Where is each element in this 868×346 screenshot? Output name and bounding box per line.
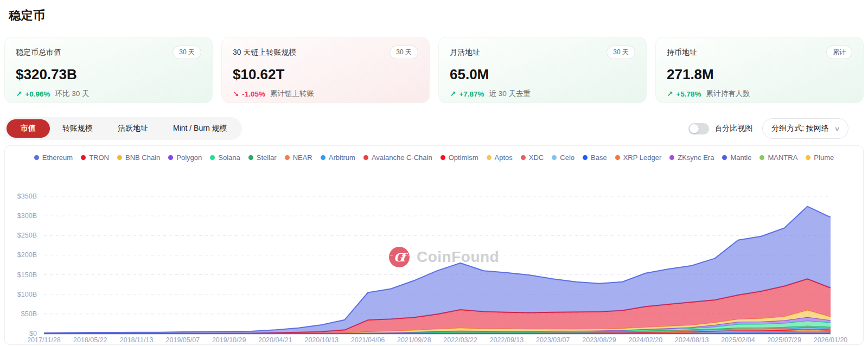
legend-label: Aptos: [495, 153, 513, 162]
legend-item-mantra[interactable]: MANTRA: [760, 153, 797, 162]
tab-active-addresses[interactable]: 活跃地址: [105, 119, 161, 138]
change-percent: +5.78%: [676, 90, 701, 98]
legend-item-near[interactable]: NEAR: [285, 153, 312, 162]
legend-item-ethereum[interactable]: Ethereum: [34, 153, 73, 162]
x-axis-label: 2018/11/13: [120, 336, 154, 344]
area-band-arbitrum: [44, 328, 831, 334]
area-band-aptos: [44, 330, 831, 334]
card-total-market-cap: 稳定币总市值 30 天 $320.73B ↗ +0.96% 环比 30 天: [4, 37, 213, 103]
area-line-aptos: [44, 330, 831, 334]
legend-item-optimism[interactable]: Optimism: [441, 153, 478, 162]
y-axis-label: $150B: [17, 271, 37, 279]
area-band-celo: [44, 331, 831, 334]
chart-toolbar: 市值 转账规模 活跃地址 Mint / Burn 规模 百分比视图 分组方式: …: [4, 117, 864, 140]
x-axis-label: 2021/04/06: [351, 336, 385, 344]
x-axis-label: 2017/11/28: [27, 336, 61, 344]
tab-market-cap[interactable]: 市值: [7, 119, 50, 138]
area-band-bnb-chain: [44, 310, 831, 334]
tab-mint-burn[interactable]: Mint / Burn 规模: [161, 119, 240, 138]
brand-watermark: Gf CoinFound: [389, 247, 499, 267]
legend-label: Base: [591, 153, 607, 162]
change-note: 累计持有人数: [706, 89, 750, 99]
legend-item-xdc[interactable]: XDC: [521, 153, 544, 162]
legend-dot: [321, 155, 326, 160]
trend-up-icon: ↗: [667, 89, 673, 98]
group-by-value: 分组方式: 按网络: [771, 124, 829, 133]
area-line-solana: [44, 321, 831, 334]
card-title: 30 天链上转账规模: [233, 48, 296, 57]
trend-up-icon: ↗: [16, 89, 22, 98]
legend-item-xrp-ledger[interactable]: XRP Ledger: [615, 153, 662, 162]
change-note: 累计链上转账: [270, 89, 314, 99]
x-axis-label: 2021/09/28: [397, 336, 431, 344]
page-title: 稳定币: [9, 8, 868, 24]
legend-item-avalanche-c-chain[interactable]: Avalanche C-Chain: [363, 153, 432, 162]
legend-label: TRON: [89, 153, 109, 162]
x-axis-label: 2024/02/20: [629, 336, 663, 344]
area-band-xdc: [44, 331, 831, 334]
x-axis-label: 2020/04/21: [258, 336, 292, 344]
legend-item-stellar[interactable]: Stellar: [248, 153, 277, 162]
percent-view-label: 百分比视图: [714, 124, 752, 133]
legend-item-mantle[interactable]: Mantle: [722, 153, 751, 162]
legend-dot: [583, 155, 588, 160]
legend-dot: [760, 155, 764, 160]
legend-item-polygon[interactable]: Polygon: [168, 153, 202, 162]
area-band-base: [44, 331, 831, 334]
card-title: 稳定币总市值: [16, 48, 61, 57]
area-band-avalanche-c-chain: [44, 329, 831, 334]
area-band-zksync-era: [44, 333, 831, 334]
legend-item-solana[interactable]: Solana: [210, 153, 240, 162]
y-axis-label: $50B: [21, 310, 37, 318]
area-line-zksync-era: [44, 333, 831, 334]
area-band-stellar: [44, 326, 831, 334]
x-axis-label: 2022/09/13: [490, 336, 524, 344]
legend-dot: [722, 155, 727, 160]
period-badge: 累计: [826, 46, 852, 59]
legend-item-bnb-chain[interactable]: BNB Chain: [117, 153, 160, 162]
legend-label: Plume: [814, 153, 834, 162]
y-axis-label: $300B: [17, 212, 37, 220]
legend-label: Ethereum: [42, 153, 73, 162]
group-by-select[interactable]: 分组方式: 按网络 ∨: [762, 118, 848, 139]
stacked-area-chart: $0$50B$100B$150B$200B$250B$300B$350B2017…: [5, 146, 864, 345]
x-axis-label: 2020/10/13: [304, 336, 339, 344]
card-title: 月活地址: [450, 48, 480, 57]
x-axis-label: 2025/07/29: [767, 336, 801, 344]
area-band-optimism: [44, 330, 831, 334]
area-line-arbitrum: [44, 328, 831, 334]
legend-label: Stellar: [257, 153, 277, 162]
legend-dot: [615, 155, 620, 160]
legend-item-zksync-era[interactable]: ZKsync Era: [669, 153, 714, 162]
change-note: 环比 30 天: [55, 89, 89, 99]
x-axis-label: 2024/08/13: [675, 336, 709, 344]
legend-label: Avalanche C-Chain: [372, 153, 432, 162]
legend-item-arbitrum[interactable]: Arbitrum: [321, 153, 355, 162]
legend-item-base[interactable]: Base: [583, 153, 607, 162]
legend-item-tron[interactable]: TRON: [81, 153, 109, 162]
trend-down-icon: ↘: [233, 89, 239, 98]
chevron-down-icon: ∨: [834, 125, 840, 132]
card-value: $10.62T: [233, 66, 418, 83]
legend-dot: [363, 155, 368, 160]
legend-item-aptos[interactable]: Aptos: [487, 153, 513, 162]
legend-item-celo[interactable]: Celo: [552, 153, 575, 162]
legend-dot: [248, 155, 253, 160]
area-band-tron: [44, 279, 831, 334]
tab-transfer-volume[interactable]: 转账规模: [50, 119, 105, 138]
card-value: 65.0M: [450, 66, 635, 83]
legend-label: NEAR: [293, 153, 312, 162]
area-line-bnb-chain: [44, 310, 831, 334]
legend-label: Celo: [560, 153, 575, 162]
change-percent: -1.05%: [242, 90, 265, 98]
legend-item-plume[interactable]: Plume: [806, 153, 834, 162]
area-line-optimism: [44, 330, 831, 334]
change-note: 近 30 天去重: [489, 89, 531, 99]
percent-view-toggle[interactable]: [688, 123, 709, 134]
period-badge: 30 天: [390, 46, 418, 59]
x-axis-label: 2019/05/07: [166, 336, 200, 344]
legend-dot: [210, 155, 215, 160]
y-axis-label: $200B: [17, 251, 37, 259]
legend-label: MANTRA: [768, 153, 797, 162]
area-line-avalanche-c-chain: [44, 329, 831, 334]
